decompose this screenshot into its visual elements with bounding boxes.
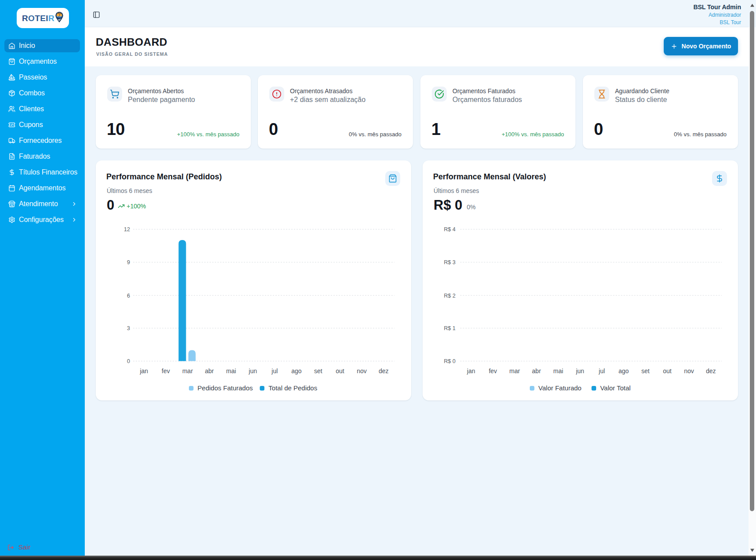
svg-text:Pedidos Faturados: Pedidos Faturados	[198, 384, 253, 392]
svg-text:R$ 0: R$ 0	[444, 358, 456, 364]
svg-text:set: set	[314, 367, 322, 375]
svg-text:jun: jun	[575, 367, 584, 375]
svg-text:Valor Faturado: Valor Faturado	[539, 384, 582, 392]
svg-text:abr: abr	[532, 367, 541, 375]
svg-text:out: out	[663, 367, 672, 375]
svg-text:jan: jan	[467, 367, 475, 375]
svg-text:mai: mai	[226, 367, 236, 375]
svg-text:ago: ago	[619, 367, 629, 375]
svg-text:fev: fev	[489, 367, 497, 375]
svg-text:jun: jun	[248, 367, 257, 375]
svg-text:jul: jul	[598, 367, 605, 375]
svg-text:mar: mar	[182, 367, 193, 375]
svg-text:9: 9	[127, 259, 130, 265]
svg-text:ago: ago	[291, 367, 302, 375]
svg-text:out: out	[336, 367, 344, 375]
svg-text:Valor Total: Valor Total	[600, 384, 631, 392]
svg-text:abr: abr	[205, 367, 214, 375]
svg-text:jan: jan	[139, 367, 148, 375]
svg-text:nov: nov	[684, 367, 694, 375]
svg-text:0: 0	[127, 358, 130, 364]
svg-text:dez: dez	[379, 367, 389, 375]
svg-text:fev: fev	[162, 367, 170, 375]
svg-text:Total de Pedidos: Total de Pedidos	[268, 384, 317, 392]
svg-text:R$ 4: R$ 4	[444, 226, 456, 233]
svg-text:nov: nov	[357, 367, 367, 375]
svg-text:3: 3	[127, 325, 130, 331]
svg-text:jul: jul	[271, 367, 278, 375]
svg-text:dez: dez	[706, 367, 716, 375]
svg-text:mar: mar	[510, 367, 520, 375]
svg-text:mai: mai	[553, 367, 564, 375]
svg-text:12: 12	[124, 226, 130, 233]
svg-text:R$ 3: R$ 3	[444, 259, 456, 265]
svg-text:6: 6	[127, 293, 130, 299]
svg-text:R$ 1: R$ 1	[444, 325, 456, 331]
svg-text:R$ 2: R$ 2	[444, 293, 456, 299]
svg-text:set: set	[641, 367, 650, 375]
